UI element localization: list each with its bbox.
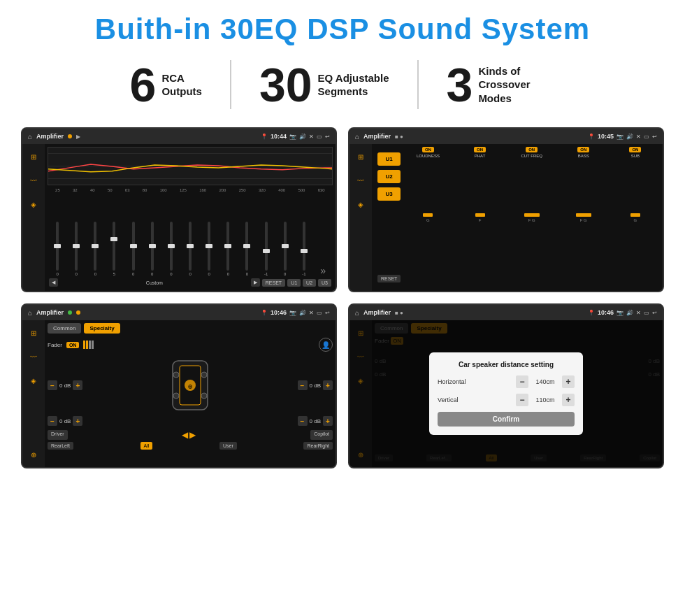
close-icon-2: ✕	[636, 134, 641, 140]
sidebar-eq-icon-2[interactable]: ⊞	[354, 150, 368, 164]
eq-slider-3[interactable]: 5	[106, 222, 122, 276]
btn-copilot[interactable]: Copilot	[310, 430, 333, 440]
btn-rearright[interactable]: RearRight	[303, 442, 333, 450]
eq-slider-0[interactable]: 0	[49, 222, 66, 276]
arrow-left-icon[interactable]: ◀	[182, 430, 188, 440]
btn-user[interactable]: User	[219, 442, 237, 450]
speaker-icon-1: 🔊	[299, 134, 306, 140]
eq-next-button[interactable]: ▶	[251, 278, 260, 287]
dialog-plus-vertical[interactable]: +	[562, 394, 575, 406]
arrow-right-icon[interactable]: ▶	[189, 430, 196, 440]
eq-slider-4[interactable]: 0	[125, 222, 142, 276]
status-dot-3b	[76, 310, 80, 315]
sidebar-eq-icon[interactable]: ⊞	[27, 150, 41, 164]
screen3-content: ⊞ 〰 ◈ ⊕ Common Specialty Fader ON	[22, 320, 336, 467]
eq-slider-2[interactable]: 0	[87, 222, 103, 276]
status-time-1: 10:44	[271, 133, 287, 140]
close-icon-3: ✕	[309, 310, 314, 316]
eq-slider-6[interactable]: 0	[163, 222, 180, 276]
speaker-icon-4: 🔊	[626, 310, 633, 316]
status-bar-4: ⌂ Amplifier ■ ● 📍 10:46 📷 🔊 ✕ ▭ ↩	[349, 305, 663, 320]
sidebar-eq-icon-3[interactable]: ⊞	[27, 326, 41, 340]
sidebar-arrows-icon-3[interactable]: ⊕	[27, 447, 41, 461]
back-icon-4: ↩	[652, 310, 657, 316]
ch-val-topleft: 0 dB	[59, 382, 71, 389]
amp-name-sub: SUB	[631, 154, 640, 158]
dialog-minus-horizontal[interactable]: −	[516, 375, 528, 388]
amp-val-bass: F G	[580, 218, 587, 222]
svg-point-4	[173, 393, 179, 399]
sidebar-wave-icon-3[interactable]: 〰	[27, 350, 41, 364]
amp-val-cutfreq: F G	[528, 218, 535, 222]
sidebar-speaker-icon-2[interactable]: ◈	[354, 197, 368, 211]
amp-channel-phat: ON PHAT F	[455, 147, 504, 288]
amp-u2-button[interactable]: U2	[377, 170, 401, 183]
eq-u3-button[interactable]: U3	[318, 279, 331, 287]
car-diagram-top: ◎	[162, 357, 218, 413]
tab-common[interactable]: Common	[48, 323, 81, 334]
sidebar-wave-icon-2[interactable]: 〰	[354, 173, 368, 187]
ch-val-bottomright: 0 dB	[310, 418, 321, 424]
amp-content: U1 U2 U3 RESET ON LOUDNESS	[372, 144, 663, 291]
screenshots-grid: ⌂ Amplifier ▶ 📍 10:44 📷 🔊 ✕ ▭ ↩ ⊞ 〰 ◈	[0, 122, 685, 482]
sidebar-wave-icon[interactable]: 〰	[27, 173, 41, 187]
confirm-button[interactable]: Confirm	[438, 412, 575, 427]
eq-reset-button[interactable]: RESET	[262, 279, 285, 287]
screen1-content: ⊞ 〰 ◈	[22, 144, 336, 291]
amp-u3-button[interactable]: U3	[377, 187, 401, 201]
ch-plus-bottomright[interactable]: +	[323, 416, 333, 426]
stat-crossover-number: 3	[447, 61, 473, 108]
btn-driver[interactable]: Driver	[48, 430, 68, 440]
speaker-icon-2: 🔊	[626, 134, 633, 140]
ch-val-bottomleft: 0 dB	[59, 418, 71, 424]
stat-rca-text: RCAOutputs	[161, 71, 202, 99]
location-icon-1: 📍	[261, 134, 268, 140]
fader-bar-3	[89, 341, 91, 349]
ch-control-bottomleft: − 0 dB +	[48, 416, 82, 426]
dialog-plus-horizontal[interactable]: +	[562, 375, 575, 388]
eq-slider-13[interactable]: -1	[296, 222, 312, 276]
eq-prev-button[interactable]: ◀	[49, 278, 58, 287]
status-right-1: 📍 10:44 📷 🔊 ✕ ▭ ↩	[261, 133, 330, 140]
sidebar-speaker-icon[interactable]: ◈	[27, 197, 41, 211]
eq-slider-7[interactable]: 0	[182, 222, 199, 276]
eq-slider-5[interactable]: 0	[144, 222, 161, 276]
dialog-minus-vertical[interactable]: −	[516, 394, 528, 406]
amp-reset-button[interactable]: RESET	[377, 275, 401, 282]
btn-rearleft[interactable]: RearLeft	[48, 442, 73, 450]
eq-slider-8[interactable]: 0	[201, 222, 217, 276]
eq-u2-button[interactable]: U2	[303, 279, 316, 287]
status-icons-4: ■ ●	[395, 310, 403, 316]
ch-plus-topleft[interactable]: +	[73, 380, 82, 390]
eq-slider-11[interactable]: -1	[258, 222, 275, 276]
ch-control-topright: − 0 dB +	[298, 380, 333, 390]
ch-minus-topright[interactable]: −	[298, 380, 308, 390]
home-icon-4: ⌂	[355, 309, 359, 317]
btn-all[interactable]: All	[140, 442, 153, 450]
ch-val-topright: 0 dB	[310, 382, 321, 389]
ch-plus-bottomleft[interactable]: +	[73, 416, 82, 426]
eq-u1-button[interactable]: U1	[287, 279, 301, 287]
eq-slider-expand[interactable]: »	[315, 265, 331, 276]
sidebar-speaker-icon-3[interactable]: ◈	[27, 373, 41, 387]
eq-slider-12[interactable]: 0	[277, 222, 294, 276]
dialog-title: Car speaker distance setting	[438, 361, 575, 368]
tab-specialty[interactable]: Specialty	[84, 323, 120, 334]
status-icons-2: ■ ●	[395, 134, 403, 140]
nav-arrows: ◀ ▶	[182, 430, 196, 440]
ch-minus-bottomleft[interactable]: −	[48, 416, 57, 426]
user-icon-3[interactable]: 👤	[319, 338, 333, 352]
eq-slider-1[interactable]: 0	[68, 222, 85, 276]
ch-minus-topleft[interactable]: −	[48, 380, 57, 390]
eq-slider-9[interactable]: 0	[219, 222, 236, 276]
camera-icon-1: 📷	[289, 134, 296, 140]
status-dot-3	[68, 310, 72, 315]
fader-bar-1	[83, 341, 85, 349]
status-right-3: 📍 10:46 📷 🔊 ✕ ▭ ↩	[261, 309, 330, 316]
channel-controls-top: − 0 dB + ◎	[48, 357, 333, 413]
amp-u1-button[interactable]: U1	[377, 152, 401, 166]
ch-plus-topright[interactable]: +	[323, 380, 333, 390]
status-title-1: Amplifier	[36, 133, 64, 140]
ch-minus-bottomright[interactable]: −	[298, 416, 308, 426]
eq-slider-10[interactable]: 0	[238, 222, 255, 276]
